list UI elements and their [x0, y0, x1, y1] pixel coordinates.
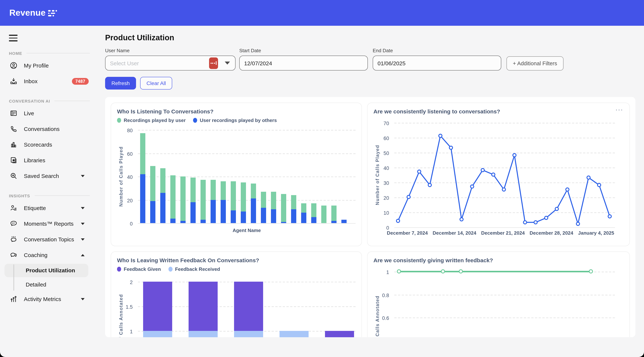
stacked-bar: [241, 182, 246, 223]
x-axis-ticks: December 7, 2024December 14, 2024Decembe…: [387, 230, 614, 236]
stacked-bar: [190, 178, 196, 223]
x-tick-label: December 7, 2024: [387, 230, 428, 236]
chart-title: Are we consistently giving written feedb…: [374, 257, 624, 263]
end-date-input[interactable]: 01/06/2025: [373, 56, 501, 71]
user-select-placeholder: Select User: [110, 60, 139, 66]
clear-all-button[interactable]: Clear All: [140, 77, 172, 90]
sidebar-item-inbox[interactable]: Inbox 7487: [0, 74, 91, 89]
sidebar-item-moments-reports[interactable]: Moments™ Reports: [0, 216, 91, 232]
password-manager-autofill-icon[interactable]: [209, 57, 218, 69]
stacked-bar-plot: Number of Calls Played 020406080: [138, 130, 356, 223]
revenue-logo-icon: [48, 10, 57, 17]
stacked-bar: [342, 220, 346, 223]
stacked-bar: [200, 180, 206, 223]
stacked-bar: [150, 166, 156, 223]
sidebar-item-coaching[interactable]: Coaching: [0, 247, 91, 263]
page-title: Product Utilization: [105, 33, 644, 42]
sidebar: HOME My Profile Inbox 7487 CONVERSATION …: [0, 26, 91, 357]
sidebar-item-activity-metrics[interactable]: Activity Metrics: [0, 291, 91, 307]
chart-title: Are we consistently listening to convers…: [374, 108, 624, 115]
topic-bubble-icon: [10, 236, 18, 243]
x-axis-title: Agent Name: [138, 228, 356, 233]
chevron-down-icon: [81, 238, 84, 241]
legend-swatch-lightblue: [168, 267, 172, 272]
sidebar-item-live[interactable]: Live: [0, 106, 91, 121]
data-point-marker: [441, 269, 445, 273]
flat-line-plot: Number of Calls Annotated 0.40.60.81: [394, 269, 615, 337]
dropdown-arrow-icon: [225, 62, 230, 65]
inbox-icon: [10, 77, 18, 85]
chart-card-listening-trend: Are we consistently listening to convers…: [367, 103, 630, 246]
actions-bar: Refresh Clear All: [105, 77, 644, 90]
chart-title: Who Is Leaving Written Feedback On Conve…: [117, 257, 356, 263]
chart-menu-icon[interactable]: ···: [616, 107, 624, 113]
chevron-down-icon: [81, 298, 84, 300]
legend-swatch-blue: [193, 118, 197, 123]
stacked-bar: [143, 282, 172, 337]
library-icon: [10, 157, 18, 164]
main-content: Product Utilization User Name Select Use…: [91, 26, 644, 357]
stacked-bar: [210, 180, 216, 223]
charts-grid: Who Is Listening To Conversations? Recor…: [105, 97, 636, 337]
chat-bubbles-icon: [10, 251, 18, 259]
search-plus-icon: [10, 172, 18, 180]
x-tick-label: December 14, 2024: [433, 230, 476, 236]
sidebar-item-saved-search[interactable]: Saved Search: [0, 168, 91, 184]
sidebar-subitem-product-utilization[interactable]: Product Utilization: [4, 264, 88, 277]
person-list-icon: [10, 204, 18, 212]
refresh-button[interactable]: Refresh: [105, 77, 136, 90]
sidebar-item-conversation-topics[interactable]: Conversation Topics: [0, 232, 91, 247]
sidebar-item-scorecards[interactable]: Scorecards: [0, 137, 91, 153]
stacked-bar: [321, 206, 326, 223]
logo-text: Revenue: [9, 8, 46, 18]
stacked-bar-plot: Number of Calls Annotated 0.511.52: [138, 277, 356, 337]
sidebar-item-conversations[interactable]: Conversations: [0, 121, 91, 137]
sidebar-section-home: HOME: [9, 51, 90, 56]
chevron-down-icon: [81, 207, 84, 209]
inbox-count-badge: 7487: [72, 78, 89, 85]
legend-swatch-green: [117, 118, 121, 123]
revenue-logo[interactable]: Revenue: [9, 8, 57, 18]
hamburger-menu-icon[interactable]: [9, 35, 18, 42]
sidebar-item-libraries[interactable]: Libraries: [0, 153, 91, 168]
live-feed-icon: [10, 110, 18, 117]
profile-icon: [10, 62, 18, 70]
chevron-down-icon: [81, 223, 84, 225]
start-date-input[interactable]: 12/07/2024: [239, 56, 368, 71]
bar-chart-icon: [10, 141, 18, 149]
stacked-bar: [234, 282, 263, 337]
sidebar-section-conversation-ai: CONVERSATION AI: [9, 99, 90, 103]
stacked-bar: [231, 181, 236, 223]
stacked-bar: [180, 176, 186, 223]
sidebar-item-my-profile[interactable]: My Profile: [0, 58, 91, 74]
additional-filters-button[interactable]: + Additional Filters: [506, 56, 564, 71]
quote-bubble-icon: [10, 220, 18, 228]
stacked-bar: [140, 133, 145, 223]
sidebar-item-etiquette[interactable]: Etiquette: [0, 200, 91, 216]
chart-legend: Feedback Given Feedback Received: [117, 266, 356, 272]
stacked-bar: [331, 206, 336, 223]
x-tick-label: December 28, 2024: [530, 230, 573, 236]
stacked-bar: [271, 192, 276, 223]
line-plot: Number of Calls Played 010203040506070: [394, 123, 615, 227]
sliders-icon: [10, 295, 18, 303]
stacked-bar: [261, 192, 266, 223]
stacked-bar: [251, 184, 256, 223]
user-name-label: User Name: [105, 48, 236, 53]
x-tick-label: January 4, 2025: [578, 230, 614, 236]
stacked-bar: [301, 203, 306, 223]
user-select[interactable]: Select User: [105, 56, 236, 71]
stacked-bar: [170, 175, 176, 223]
chart-card-feedback-trend: Are we consistently giving written feedb…: [367, 251, 630, 337]
sidebar-section-insights: INSIGHTS: [9, 194, 90, 198]
chart-card-listening-by-agent: Who Is Listening To Conversations? Recor…: [111, 103, 362, 246]
x-tick-label: December 21, 2024: [481, 230, 525, 236]
chevron-down-icon: [81, 175, 84, 177]
chart-card-feedback-by-agent: Who Is Leaving Written Feedback On Conve…: [111, 251, 362, 337]
data-point-marker: [589, 269, 593, 273]
phone-icon: [10, 125, 18, 133]
stacked-bar: [325, 331, 354, 337]
stacked-bar: [188, 282, 218, 337]
data-point-marker: [459, 269, 463, 273]
data-point-marker: [397, 269, 401, 273]
